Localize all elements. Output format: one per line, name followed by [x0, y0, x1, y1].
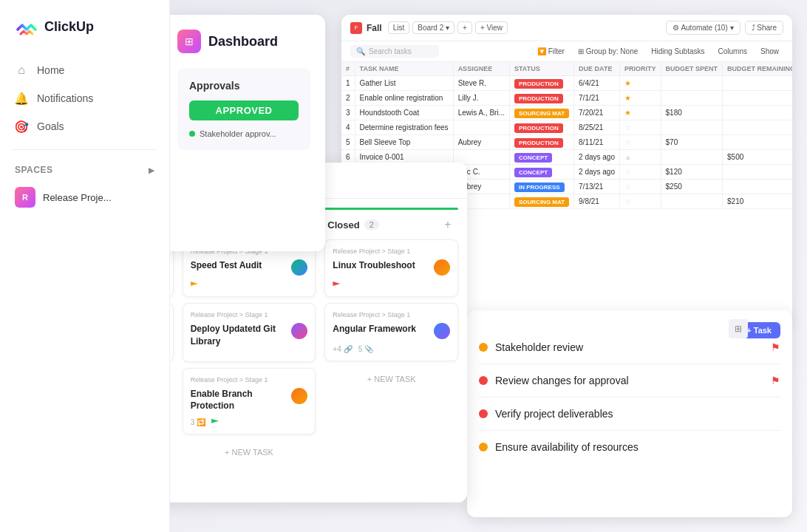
share-button[interactable]: ⤴ Share [745, 21, 783, 35]
sidebar-item-goals-label: Goals [37, 120, 64, 132]
task-avatar-t4 [291, 323, 307, 339]
new-task-shipped[interactable]: + NEW TASK [183, 443, 316, 461]
search-box[interactable]: 🔍 Search tasks [350, 45, 439, 58]
task-header-t7: Angular Framework [333, 323, 450, 339]
main-nav: ⌂ Home 🔔 Notifications 🎯 Goals [0, 56, 169, 140]
sidebar: ClickUp ⌂ Home 🔔 Notifications 🎯 Goals S… [0, 0, 170, 532]
status-dot-verify [479, 409, 488, 418]
table-row[interactable]: 3 Houndstooth Coat Lewis A., Bri... SOUR… [341, 106, 792, 120]
home-icon: ⌂ [15, 64, 28, 77]
dashboard-icon: ⊞ [177, 30, 201, 53]
filter-button[interactable]: 🔽 Filter [533, 46, 569, 57]
cell-priority: ☆ [620, 135, 661, 150]
table-row[interactable]: 4 Determine registration fees PRODUCTION… [341, 120, 792, 135]
stakeholder-text: Stakeholder approv... [200, 129, 276, 138]
cell-budget-spent: $180 [661, 106, 723, 120]
tasklist-body: Stakeholder review ⚑ Review changes for … [467, 319, 792, 475]
breadcrumb-view[interactable]: + View [475, 21, 508, 34]
task-title-t4: Deploy Updatetd Git Library [191, 323, 287, 348]
table-row[interactable]: 1 Gather List Steve R. PRODUCTION 6/4/21… [341, 76, 792, 91]
task-title-t5: Enable Branch Protection [191, 388, 287, 413]
cell-budget-remaining: $500 [723, 150, 792, 165]
automate-button[interactable]: ⚙ Automate (10) ▾ [666, 21, 740, 35]
groupby-button[interactable]: ⊞ Group by: None [573, 46, 642, 57]
cell-budget-spent: $120 [661, 165, 723, 180]
spaces-header: Spaces ▶ [0, 159, 169, 181]
task-list-left-verify: Verify project deliverables [479, 408, 613, 420]
flag-icon-stakeholder: ⚑ [771, 341, 780, 353]
task-flags-t6 [333, 282, 450, 289]
column-title-group-closed: Closed 2 [327, 219, 378, 231]
add-task-label: + Task [746, 326, 772, 335]
task-card-t4[interactable]: Release Project > Stage 1 Deploy Updatet… [183, 303, 316, 362]
grid-view-button[interactable]: ⊞ [729, 319, 748, 338]
logo-area: ClickUp [0, 15, 169, 56]
task-header-t3: Speed Test Audit [191, 259, 308, 276]
col-header-priority: PRIORITY [620, 62, 661, 76]
task-card-t5[interactable]: Release Project > Stage 1 Enable Branch … [183, 368, 316, 435]
approved-badge: APPROVED [189, 100, 299, 120]
approvals-title: Approvals [189, 80, 299, 92]
breadcrumb-plus[interactable]: + [457, 21, 472, 34]
cell-budget-remaining [723, 76, 792, 91]
sheet-actions: ⚙ Automate (10) ▾ ⤴ Share [666, 21, 783, 35]
column-add-closed[interactable]: + [440, 217, 455, 232]
task-card-t7[interactable]: Release Project > Stage 1 Angular Framew… [324, 303, 458, 361]
task-avatar-t3 [291, 259, 307, 276]
task-title-t3: Speed Test Audit [191, 259, 287, 272]
cell-priority: ☆ [620, 120, 661, 135]
sheet-title-area: F Fall [350, 22, 382, 34]
flag-icon-review: ⚑ [771, 375, 780, 386]
task-list-left-stakeholder: Stakeholder review [479, 341, 583, 353]
task-flags-t3 [191, 282, 308, 289]
task-list-item-ensure[interactable]: Ensure availability of resources [479, 431, 780, 463]
cell-budget-remaining: $210 [723, 194, 792, 209]
breadcrumb-list[interactable]: List [388, 21, 410, 34]
breadcrumb-board[interactable]: Board 2 ▾ [412, 21, 454, 34]
cell-budget-spent [661, 120, 723, 135]
task-title-t7: Angular Framework [333, 323, 429, 335]
tasklist-card: + + Task ⊞ Stakeholder review ⚑ Review c… [467, 310, 792, 517]
task-list-name-verify: Verify project deliverables [495, 408, 613, 420]
task-list-left-review: Review changes for approval [479, 375, 629, 386]
flag-red-icon-t6 [333, 282, 340, 289]
bell-icon: 🔔 [15, 92, 28, 105]
task-path-t6: Release Project > Stage 1 [333, 248, 450, 255]
column-title-closed: Closed [327, 219, 359, 231]
cell-due: 2 days ago [574, 150, 620, 165]
space-item-release[interactable]: R Release Proje... [0, 181, 169, 214]
dashboard-title: Dashboard [208, 34, 278, 50]
task-header-t5: Enable Branch Protection [191, 388, 308, 413]
sidebar-item-notifications[interactable]: 🔔 Notifications [0, 84, 169, 112]
cell-assignee [453, 120, 509, 135]
table-row[interactable]: 2 Enable online registration Lilly J. PR… [341, 91, 792, 106]
cell-priority: ☆ [620, 194, 661, 209]
sidebar-item-goals[interactable]: 🎯 Goals [0, 112, 169, 140]
cell-num: 2 [341, 91, 355, 106]
col-header-budget-spent: BUDGET SPENT [661, 62, 723, 76]
task-flags-t5: 3 🔁 [191, 418, 308, 426]
task-path-t5: Release Project > Stage 1 [191, 376, 308, 383]
task-title-t6: Linux Troubleshoot [333, 259, 429, 272]
new-task-closed[interactable]: + NEW TASK [324, 370, 458, 388]
task-list-item-review-changes[interactable]: Review changes for approval ⚑ [479, 364, 780, 398]
show-button[interactable]: Show [756, 46, 783, 57]
target-icon: 🎯 [15, 120, 28, 133]
table-row[interactable]: 5 Bell Sleeve Top Aubrey PRODUCTION 8/11… [341, 135, 792, 150]
sheet-name: Fall [367, 23, 382, 33]
sidebar-item-home[interactable]: ⌂ Home [0, 56, 169, 84]
cell-budget-remaining [723, 106, 792, 120]
flag-green-icon-t5 [211, 419, 219, 426]
cell-task: Houndstooth Coat [355, 106, 453, 120]
cell-budget-spent: $250 [661, 180, 723, 194]
sheet-breadcrumbs: List Board 2 ▾ + + View [388, 21, 508, 34]
task-list-name-review: Review changes for approval [495, 375, 629, 386]
task-card-t6[interactable]: Release Project > Stage 1 Linux Troubles… [324, 239, 458, 297]
clickup-logo-icon [15, 15, 38, 38]
columns-button[interactable]: Columns [714, 46, 752, 57]
cell-assignee: Steve R. [453, 76, 509, 91]
cell-assignee [453, 150, 509, 165]
task-list-left-ensure: Ensure availability of resources [479, 441, 639, 453]
subtasks-button[interactable]: Hiding Subtasks [647, 46, 709, 57]
task-list-item-verify[interactable]: Verify project deliverables [479, 398, 780, 431]
